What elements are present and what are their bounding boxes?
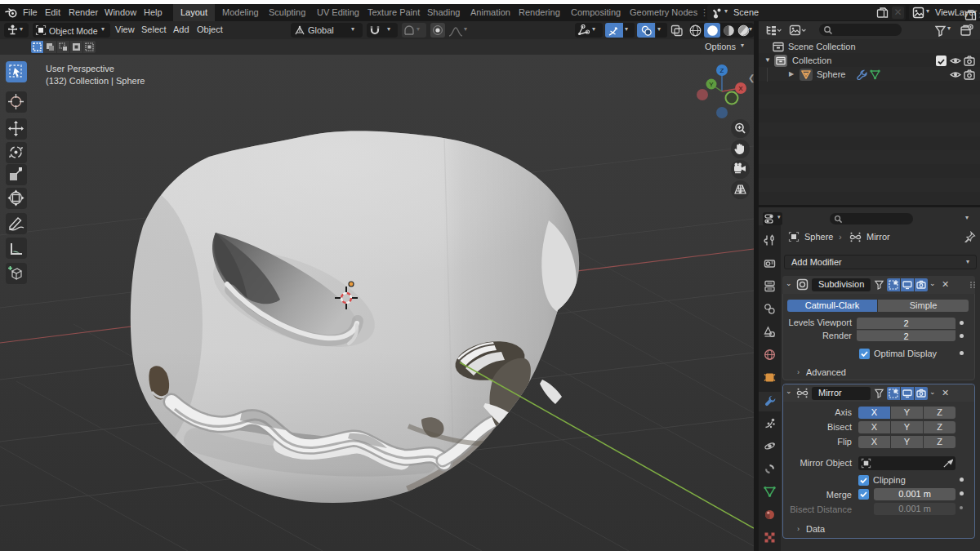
svg-text:X: X [738, 85, 743, 92]
svg-text:Y: Y [709, 81, 714, 88]
svg-text:Z: Z [720, 67, 724, 74]
